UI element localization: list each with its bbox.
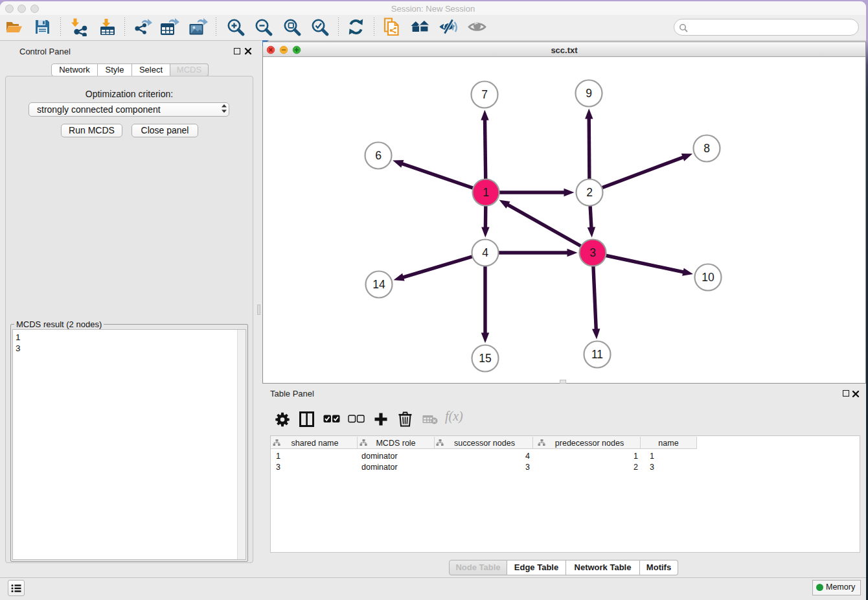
svg-text:2: 2: [586, 186, 593, 199]
svg-text:3: 3: [589, 246, 596, 259]
svg-text:6: 6: [375, 149, 382, 162]
svg-text:8: 8: [703, 142, 710, 155]
svg-text:15: 15: [479, 352, 491, 365]
svg-text:4: 4: [482, 246, 488, 259]
svg-text:10: 10: [702, 271, 714, 284]
svg-text:9: 9: [586, 87, 592, 100]
svg-text:7: 7: [481, 88, 488, 101]
svg-text:1: 1: [483, 186, 489, 199]
svg-text:11: 11: [591, 348, 603, 361]
svg-text:14: 14: [372, 278, 385, 291]
